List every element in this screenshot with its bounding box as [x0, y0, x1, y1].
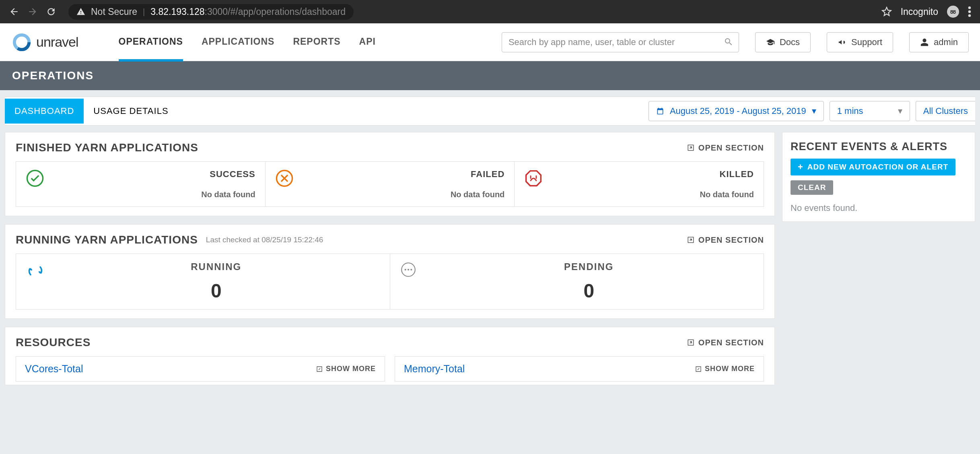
- svg-point-11: [404, 269, 406, 270]
- nav-applications[interactable]: APPLICATIONS: [202, 23, 275, 62]
- resources-card: RESOURCES OPEN SECTION VCores-Total SHOW…: [5, 327, 775, 385]
- url-bar[interactable]: Not Secure | 3.82.193.128:3000/#/app/ope…: [68, 4, 354, 20]
- nav-operations[interactable]: OPERATIONS: [119, 23, 183, 62]
- pending-label: PENDING: [424, 261, 754, 272]
- add-autoaction-label: ADD NEW AUTOACTION OR ALERT: [807, 163, 948, 171]
- finished-killed-cell: KILLED No data found: [515, 162, 764, 206]
- expand-icon: [695, 366, 702, 372]
- search-input[interactable]: [502, 32, 739, 52]
- brand-name: unravel: [36, 34, 78, 50]
- reload-icon[interactable]: [46, 6, 56, 17]
- svg-point-4: [968, 14, 971, 17]
- cluster-label: All Clusters: [923, 106, 968, 116]
- open-section-label: OPEN SECTION: [698, 338, 764, 347]
- events-panel: RECENT EVENTS & ALERTS + ADD NEW AUTOACT…: [782, 132, 975, 222]
- controls-row: DASHBOARD USAGE DETAILS August 25, 2019 …: [5, 97, 975, 126]
- url-separator: |: [143, 7, 145, 17]
- brand-logo[interactable]: unravel: [11, 32, 78, 53]
- docs-button[interactable]: Docs: [755, 32, 811, 52]
- user-icon: [920, 38, 929, 47]
- plus-icon: +: [798, 162, 803, 172]
- expand-icon: [687, 339, 694, 346]
- clear-events-button[interactable]: CLEAR: [791, 180, 833, 195]
- back-icon[interactable]: [9, 6, 19, 17]
- resources-row: VCores-Total SHOW MORE Memory-Total SHOW…: [16, 356, 764, 382]
- memory-title: Memory-Total: [404, 363, 465, 375]
- killed-msg: No data found: [550, 190, 754, 199]
- resources-open-section[interactable]: OPEN SECTION: [687, 338, 764, 347]
- graduation-cap-icon: [766, 38, 775, 47]
- support-label: Support: [851, 37, 882, 47]
- running-label: RUNNING: [52, 261, 380, 272]
- support-button[interactable]: Support: [827, 32, 893, 52]
- running-apps-title: RUNNING YARN APPLICATIONS: [16, 233, 198, 246]
- url-path: :3000/#/app/operations/dashboard: [205, 6, 346, 17]
- interval-select[interactable]: 1 mins ▾: [830, 101, 910, 121]
- running-value: 0: [52, 280, 380, 302]
- svg-point-2: [968, 6, 971, 9]
- success-msg: No data found: [51, 190, 255, 199]
- date-range-picker[interactable]: August 25, 2019 - August 25, 2019 ▾: [649, 101, 824, 121]
- bookmark-star-icon[interactable]: [881, 6, 892, 17]
- expand-icon: [687, 144, 694, 151]
- running-apps-card: RUNNING YARN APPLICATIONS Last checked a…: [5, 224, 775, 319]
- resources-title: RESOURCES: [16, 336, 91, 349]
- main-nav: OPERATIONS APPLICATIONS REPORTS API: [119, 23, 376, 62]
- user-menu-button[interactable]: admin: [909, 32, 969, 52]
- vcores-show-more[interactable]: SHOW MORE: [316, 365, 376, 373]
- svg-point-1: [953, 11, 955, 13]
- running-cell: RUNNING 0: [16, 254, 390, 309]
- cluster-select[interactable]: All Clusters: [916, 101, 975, 121]
- user-label: admin: [934, 37, 958, 47]
- app-header: unravel OPERATIONS APPLICATIONS REPORTS …: [0, 23, 980, 61]
- controls-right: August 25, 2019 - August 25, 2019 ▾ 1 mi…: [644, 97, 975, 125]
- killed-stop-icon: [524, 169, 543, 188]
- interval-label: 1 mins: [837, 106, 863, 116]
- failed-msg: No data found: [301, 190, 505, 199]
- running-cells-row: RUNNING 0 PENDING 0: [16, 254, 764, 310]
- main-content: FINISHED YARN APPLICATIONS OPEN SECTION …: [0, 126, 980, 392]
- svg-point-13: [410, 269, 412, 270]
- browser-chrome: Not Secure | 3.82.193.128:3000/#/app/ope…: [0, 0, 980, 23]
- expand-icon: [687, 236, 694, 244]
- running-spinner-icon: [26, 261, 45, 281]
- running-apps-subtitle: Last checked at 08/25/19 15:22:46: [206, 235, 323, 244]
- browser-nav-icons: [5, 6, 60, 17]
- search-wrapper: [502, 32, 739, 52]
- pending-cell: PENDING 0: [390, 254, 764, 309]
- browser-right-controls: Incognito: [881, 6, 975, 18]
- date-range-label: August 25, 2019 - August 25, 2019: [670, 106, 806, 116]
- no-events-message: No events found.: [791, 203, 967, 213]
- finished-cells-row: SUCCESS No data found FAILED No data fou…: [16, 161, 764, 207]
- tab-dashboard[interactable]: DASHBOARD: [5, 99, 84, 124]
- finished-apps-title: FINISHED YARN APPLICATIONS: [16, 141, 198, 154]
- nav-api[interactable]: API: [359, 23, 376, 62]
- search-icon[interactable]: [724, 37, 733, 47]
- memory-show-more[interactable]: SHOW MORE: [695, 365, 755, 373]
- page-title: OPERATIONS: [0, 61, 980, 90]
- not-secure-label: Not Secure: [91, 6, 137, 17]
- bullhorn-icon: [838, 38, 846, 47]
- add-autoaction-button[interactable]: + ADD NEW AUTOACTION OR ALERT: [791, 159, 955, 175]
- pending-value: 0: [424, 280, 754, 302]
- kebab-menu-icon[interactable]: [968, 6, 971, 17]
- nav-reports[interactable]: REPORTS: [293, 23, 340, 62]
- logo-icon: [11, 32, 32, 53]
- finished-open-section[interactable]: OPEN SECTION: [687, 143, 764, 153]
- finished-apps-card: FINISHED YARN APPLICATIONS OPEN SECTION …: [5, 132, 775, 216]
- docs-label: Docs: [780, 37, 800, 47]
- caret-down-icon: ▾: [812, 106, 816, 116]
- tab-usage-details[interactable]: USAGE DETAILS: [84, 99, 178, 124]
- vcores-title: VCores-Total: [25, 363, 83, 375]
- running-open-section[interactable]: OPEN SECTION: [687, 235, 764, 245]
- svg-point-0: [951, 11, 953, 13]
- expand-icon: [316, 366, 323, 372]
- pending-ellipsis-icon: [400, 261, 417, 278]
- failed-label: FAILED: [301, 169, 505, 180]
- incognito-icon: [947, 6, 959, 18]
- events-title: RECENT EVENTS & ALERTS: [791, 140, 967, 153]
- success-label: SUCCESS: [51, 169, 255, 180]
- svg-point-12: [407, 269, 409, 270]
- vcores-cell: VCores-Total SHOW MORE: [16, 356, 385, 382]
- forward-icon[interactable]: [27, 6, 38, 17]
